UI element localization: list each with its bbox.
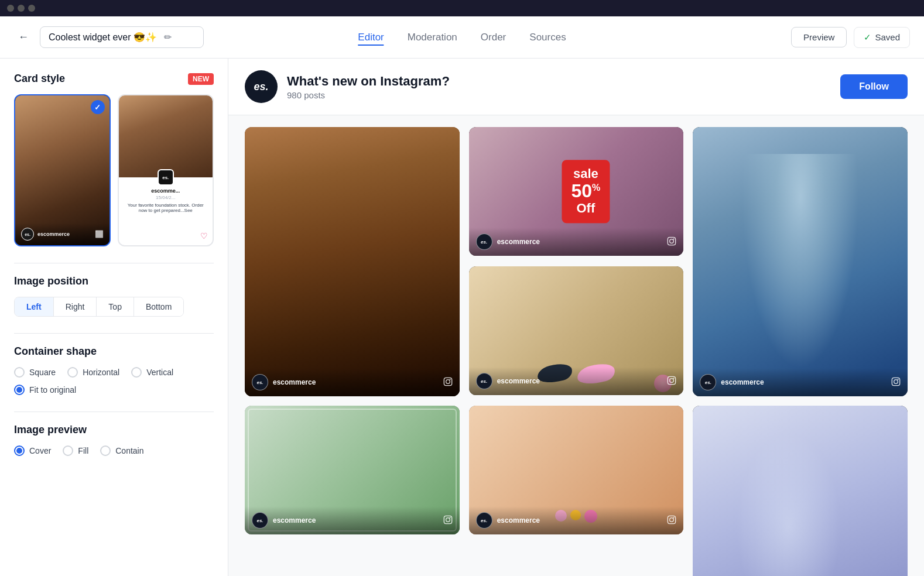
saved-button[interactable]: ✓ Saved xyxy=(854,27,910,48)
pos-tab-left[interactable]: Left xyxy=(15,297,54,316)
post-card-3[interactable]: es. escommerce xyxy=(693,127,908,396)
main-layout: Card style NEW ✓ es. escommerce ⬜ xyxy=(0,59,924,576)
svg-point-8 xyxy=(898,379,899,380)
post-3-avatar: es. xyxy=(700,374,716,390)
card-style-2[interactable]: es. escomme... 15/04/2... Your favorite … xyxy=(118,94,214,246)
back-button[interactable]: ← xyxy=(14,28,33,47)
card-ig-icon: ⬜ xyxy=(95,230,104,238)
svg-point-10 xyxy=(670,378,674,382)
post-3-username: escommerce xyxy=(721,378,764,386)
post-1-ig-icon xyxy=(443,377,453,388)
post-card-5[interactable]: es. escommerce xyxy=(245,406,460,534)
post-2-username: escommerce xyxy=(497,238,540,246)
preview-button[interactable]: Preview xyxy=(791,27,847,47)
tab-sources[interactable]: Sources xyxy=(529,29,566,46)
tab-moderation[interactable]: Moderation xyxy=(408,29,457,46)
card-styles-container: ✓ es. escommerce ⬜ es. escomme... 15/04/… xyxy=(14,94,214,246)
svg-rect-0 xyxy=(444,378,451,385)
svg-point-1 xyxy=(446,379,450,383)
post-3-ig-icon xyxy=(891,377,901,388)
post-card-2[interactable]: sale50%Off es. escommerce xyxy=(469,127,684,256)
card-avatar: es. xyxy=(21,228,34,241)
post-4-ig-icon xyxy=(667,376,676,387)
card-style-2-logo: es. xyxy=(158,169,174,186)
radio-fill[interactable] xyxy=(63,445,73,456)
image-preview-group: Cover Fill Contain xyxy=(14,445,214,456)
label-square: Square xyxy=(29,368,56,377)
left-panel: Card style NEW ✓ es. escommerce ⬜ xyxy=(0,59,228,576)
post-5-username: escommerce xyxy=(273,516,316,524)
post-2-overlay: es. escommerce xyxy=(469,228,684,256)
image-preview-section: Image preview Cover Fill Contain xyxy=(14,424,214,456)
radio-horizontal[interactable] xyxy=(67,367,78,378)
card-style-1-check: ✓ xyxy=(91,100,105,114)
post-6-overlay: es. escommerce xyxy=(469,506,684,534)
preview-contain[interactable]: Contain xyxy=(100,445,143,456)
post-5-overlay: es. escommerce xyxy=(245,506,460,534)
shape-square[interactable]: Square xyxy=(14,367,56,378)
pos-tab-right[interactable]: Right xyxy=(54,297,97,316)
tab-order[interactable]: Order xyxy=(481,29,506,46)
svg-rect-12 xyxy=(444,516,451,523)
radio-contain[interactable] xyxy=(100,445,111,456)
posts-grid: es. escommerce sale50%Off es. escommerce xyxy=(228,115,924,576)
widget-header: es. What's new on Instagram? 980 posts F… xyxy=(228,59,924,115)
tab-editor[interactable]: Editor xyxy=(358,29,384,46)
label-vertical: Vertical xyxy=(146,368,173,377)
card-username: escommerce xyxy=(37,231,70,237)
svg-point-4 xyxy=(670,239,674,243)
post-card-4[interactable]: es. escommerce xyxy=(469,266,684,395)
post-card-7[interactable]: es. escommerce xyxy=(693,406,908,576)
container-shape-section: Container shape Square Horizontal Vertic… xyxy=(14,345,214,395)
titlebar-dot-1 xyxy=(7,5,14,12)
image-position-title: Image position xyxy=(14,275,214,287)
svg-rect-15 xyxy=(668,516,676,523)
pencil-icon[interactable]: ✏ xyxy=(164,32,172,43)
topnav-center: Editor Moderation Order Sources xyxy=(358,29,566,46)
post-4-username: escommerce xyxy=(497,377,540,385)
preview-cover[interactable]: Cover xyxy=(14,445,51,456)
post-card-6[interactable]: es. escommerce xyxy=(469,406,684,534)
card-style-1[interactable]: ✓ es. escommerce ⬜ xyxy=(14,94,111,246)
shape-vertical[interactable]: Vertical xyxy=(131,367,173,378)
topnav-right: Preview ✓ Saved xyxy=(791,27,910,48)
svg-rect-3 xyxy=(668,237,676,245)
pos-tab-bottom[interactable]: Bottom xyxy=(134,297,183,316)
shape-fit-original[interactable]: Fit to original xyxy=(14,385,76,395)
position-tabs: Left Right Top Bottom xyxy=(14,297,184,317)
card-style-section: Card style NEW ✓ es. escommerce ⬜ xyxy=(14,73,214,246)
post-4-avatar: es. xyxy=(476,373,492,389)
svg-point-7 xyxy=(894,379,898,383)
post-2-ig-icon xyxy=(667,236,676,248)
widget-title-text: Coolest widget ever 😎✨ xyxy=(49,32,157,43)
label-fit-original: Fit to original xyxy=(29,385,76,395)
svg-point-2 xyxy=(449,379,450,380)
widget-header-sub: 980 posts xyxy=(287,90,831,100)
check-icon: ✓ xyxy=(864,32,871,43)
preview-fill[interactable]: Fill xyxy=(63,445,88,456)
post-1-bg xyxy=(245,127,460,396)
svg-point-11 xyxy=(673,378,675,379)
label-fill: Fill xyxy=(78,446,88,455)
card-style-1-bar: es. escommerce ⬜ xyxy=(15,223,109,245)
radio-vertical[interactable] xyxy=(131,367,142,378)
titlebar-dot-3 xyxy=(28,5,35,12)
post-1-avatar: es. xyxy=(252,374,268,390)
svg-point-17 xyxy=(673,517,675,518)
post-6-username: escommerce xyxy=(497,516,540,524)
container-shape-group: Square Horizontal Vertical Fit to origin… xyxy=(14,367,214,395)
post-card-1[interactable]: es. escommerce xyxy=(245,127,460,396)
radio-square[interactable] xyxy=(14,367,25,378)
topnav: ← Coolest widget ever 😎✨ ✏ Editor Modera… xyxy=(0,16,924,59)
pos-tab-top[interactable]: Top xyxy=(97,297,134,316)
saved-label: Saved xyxy=(875,32,900,42)
sale-badge: sale50%Off xyxy=(562,160,610,223)
widget-title-field[interactable]: Coolest widget ever 😎✨ ✏ xyxy=(40,26,204,48)
post-4-overlay: es. escommerce xyxy=(469,367,684,395)
svg-point-13 xyxy=(446,517,450,522)
follow-button[interactable]: Follow xyxy=(840,74,908,99)
radio-cover[interactable] xyxy=(14,445,25,456)
shape-horizontal[interactable]: Horizontal xyxy=(67,367,119,378)
radio-fit-original[interactable] xyxy=(14,385,25,395)
card-style-title: Card style NEW xyxy=(14,73,214,85)
